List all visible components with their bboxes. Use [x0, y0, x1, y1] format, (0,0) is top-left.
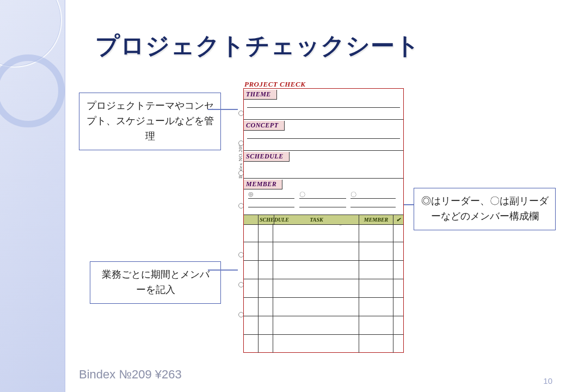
rule-line [299, 198, 346, 199]
section-label-concept: CONCEPT [244, 121, 285, 131]
task-col-schedule-label: SCHEDULE [259, 215, 274, 224]
rule-line [248, 207, 294, 207]
callout-member-description: ◎はリーダー、〇は副リーダーなどのメンバー構成欄 [414, 188, 556, 230]
task-col-schedule [244, 215, 259, 224]
rule-line [247, 138, 400, 139]
rule-line [299, 207, 346, 207]
leader-mark-icon: ◎ [248, 191, 254, 197]
table-row [244, 316, 403, 335]
refill-sheet: Bindex NO.209 PROJECT CHECK THEME CONCEP… [238, 81, 404, 353]
callout-theme-description: プロジェクトテーマやコンセプト、スケジュールなどを管理 [79, 93, 221, 150]
rule-line [350, 198, 396, 199]
section-theme: THEME [244, 89, 403, 120]
footer-caption: Bindex №209 ¥263 [79, 367, 182, 382]
subleader-mark-icon: 〇 [299, 191, 305, 198]
slide-side-decoration [0, 0, 65, 392]
table-row [244, 261, 403, 279]
table-row [244, 224, 403, 242]
task-grid [244, 224, 403, 352]
task-col-check: ✔ [393, 215, 403, 224]
rule-line [350, 207, 396, 207]
section-member: MEMBER ◎ 〇 〇 [244, 179, 403, 216]
table-row [244, 242, 403, 261]
task-col-member: MEMBER [359, 215, 393, 224]
refill-paper: THEME CONCEPT SCHEDULE MEMBER ◎ 〇 [243, 88, 404, 353]
section-schedule: SCHEDULE [244, 151, 403, 179]
callout-task-description: 業務ごとに期間とメンバーを記入 [90, 261, 221, 304]
member-lines: ◎ 〇 〇 [248, 191, 399, 213]
table-row [244, 335, 403, 353]
section-label-theme: THEME [244, 90, 277, 100]
subleader-mark-icon: 〇 [350, 191, 356, 198]
refill-header: PROJECT CHECK [244, 80, 305, 89]
slide-title: プロジェクトチェックシート [95, 30, 420, 62]
section-label-member: MEMBER [244, 180, 282, 189]
table-row [244, 279, 403, 298]
rule-line [247, 107, 400, 108]
page-number: 10 [543, 376, 552, 385]
table-row [244, 298, 403, 316]
task-col-task: TASK [274, 215, 359, 224]
section-label-schedule: SCHEDULE [244, 152, 290, 162]
rule-line [248, 198, 294, 199]
section-concept: CONCEPT [244, 120, 403, 151]
